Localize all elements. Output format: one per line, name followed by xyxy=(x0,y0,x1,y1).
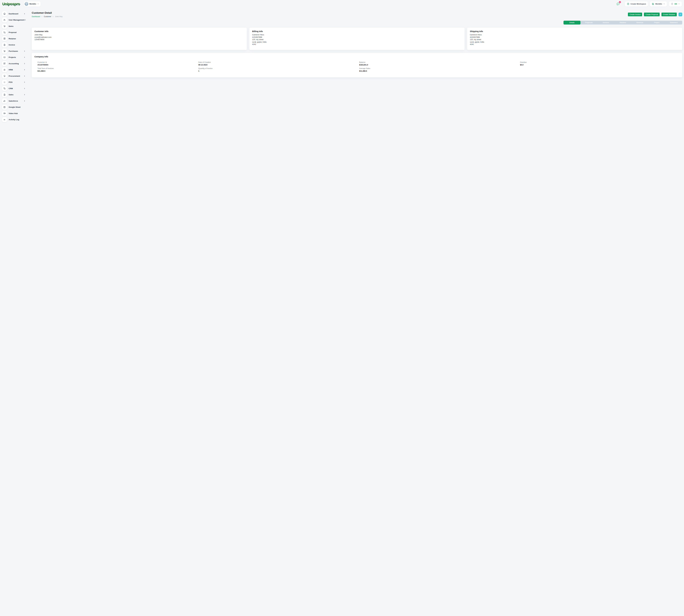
shipping-zip: 4242 xyxy=(470,43,680,46)
sidebar-item-activity-log[interactable]: Activity Log xyxy=(2,117,29,122)
table-icon xyxy=(2,105,7,110)
chevron-right-icon xyxy=(24,88,25,89)
field-quantity-of-invoice: Quantity of Invoice 1 xyxy=(198,67,358,72)
info-cards-row: Customer Info Juliet May cuve@mailinator… xyxy=(32,28,682,50)
messages-button[interactable]: 0 xyxy=(616,2,620,6)
field-value: 1 xyxy=(198,70,358,72)
sidebar-item-purchases[interactable]: Purchases xyxy=(2,49,29,53)
app-logo: Unipospro xyxy=(2,2,21,6)
tab-statement[interactable]: Statement xyxy=(665,21,682,24)
sidebar-item-label: Invoice xyxy=(8,44,15,46)
tab-project[interactable]: Project xyxy=(648,21,665,24)
billing-info-card: Billing Info Cameron Hess 4152637896 120… xyxy=(249,28,464,50)
tab-retainer[interactable]: Retainer xyxy=(614,21,631,24)
billing-phone: 4152637896 xyxy=(252,36,462,39)
sidebar-item-label: Activity Log xyxy=(8,118,19,120)
chevron-right-icon xyxy=(24,57,25,58)
field-overdue: Overdue $0.0 xyxy=(520,61,680,66)
workspace-switcher[interactable]: WorkDo xyxy=(24,1,41,6)
field-balance: Balance $183,841.0 xyxy=(359,61,519,66)
sidebar-item-projects[interactable]: Projects xyxy=(2,55,29,60)
sidebar-item-label: Accounting xyxy=(8,63,19,65)
field-value: $11,488.5 xyxy=(359,70,519,72)
sidebar-item-procurement[interactable]: Procurement xyxy=(2,73,29,79)
messages-count-badge: 0 xyxy=(619,1,621,3)
chevron-right-icon xyxy=(24,13,25,15)
field-label: Balance xyxy=(359,61,519,63)
card-title: Customer Info xyxy=(35,30,244,32)
field-label: Customer Id xyxy=(38,61,197,63)
field-value: $11,488.5 xyxy=(38,70,197,72)
sidebar-item-invoice[interactable]: Invoice xyxy=(2,42,29,47)
create-proposal-button[interactable]: Create Proposal xyxy=(644,13,660,16)
field-label: Average Sales xyxy=(359,67,519,69)
company-info-fields: Customer Id #CUST00004 Date of Creation … xyxy=(35,61,680,72)
sidebar-item-proposal[interactable]: Proposal xyxy=(2,30,29,35)
chevron-right-icon xyxy=(52,16,54,17)
workspace-switcher-label: WorkDo xyxy=(29,3,36,5)
top-bar: Unipospro WorkDo 0 xyxy=(0,0,684,8)
sidebar-item-label: Projects xyxy=(8,56,16,58)
tab-details[interactable]: Details xyxy=(564,21,580,24)
sidebar-item-label: Retainer xyxy=(8,38,16,40)
document-icon xyxy=(2,42,7,47)
card-title: Company Info xyxy=(35,56,680,58)
workspace-menu-button[interactable]: WorkDo xyxy=(650,1,667,6)
chevron-down-icon xyxy=(663,3,665,5)
sidebar-item-pos[interactable]: POS xyxy=(2,80,29,85)
field-label: Date of Creation xyxy=(198,61,358,63)
thumbs-up-icon xyxy=(2,98,7,103)
swap-boxes-icon xyxy=(2,30,7,35)
sidebar-item-user-management[interactable]: User Management xyxy=(2,18,29,22)
tab-revenue[interactable]: Revenue xyxy=(631,21,648,24)
create-invoice-button[interactable]: Create Invoice xyxy=(628,13,642,16)
sidebar-item-label: Sales xyxy=(8,94,14,96)
tab-invoices[interactable]: Invoices xyxy=(597,21,614,24)
field-value: $0.0 xyxy=(520,64,680,66)
sidebar-item-dashboard[interactable]: Dashboard xyxy=(2,11,29,16)
chevron-right-icon xyxy=(24,63,25,64)
sidebar-item-items[interactable]: Items xyxy=(2,24,29,29)
field-value: #CUST00004 xyxy=(38,64,197,66)
shell: Dashboard User Management Items xyxy=(0,8,684,616)
app-root: Unipospro WorkDo 0 xyxy=(0,0,684,616)
sidebar-item-label: Items xyxy=(8,25,14,27)
create-retainer-button[interactable]: Create Retainer xyxy=(661,13,677,16)
video-camera-icon xyxy=(2,111,7,116)
sidebar-item-salesforce[interactable]: Salesforce xyxy=(2,98,29,103)
shipping-street: 120, my street xyxy=(470,38,680,41)
sidebar-item-retainer[interactable]: Retainer xyxy=(2,36,29,41)
breadcrumb-dashboard-link[interactable]: Dashboard xyxy=(32,16,40,18)
sidebar-item-crm[interactable]: CRM xyxy=(2,86,29,91)
shipping-phone: 4152637896 xyxy=(470,36,680,39)
chevron-right-icon xyxy=(24,19,26,21)
sidebar-item-label: Google Sheet xyxy=(8,106,21,108)
sidebar-item-video-hub[interactable]: Video Hub xyxy=(2,111,29,116)
chevron-right-icon xyxy=(41,16,43,17)
field-date-of-creation: Date of Creation 06-12-2023 xyxy=(198,61,358,66)
edit-customer-button[interactable] xyxy=(679,13,682,16)
shipping-info-card: Shipping Info Cameron Hess 4152637896 12… xyxy=(467,28,682,50)
create-workspace-label: Create Workspace xyxy=(631,3,646,5)
tab-bar: Details Proposals Invoices Retainer Reve… xyxy=(564,21,682,24)
sidebar-item-accounting[interactable]: Accounting xyxy=(2,61,29,66)
sidebar-item-label: Dashboard xyxy=(8,13,18,15)
language-menu-button[interactable]: EN xyxy=(669,1,682,6)
create-workspace-button[interactable]: Create Workspace xyxy=(625,1,648,6)
sidebar-item-hrm[interactable]: HRM xyxy=(2,67,29,72)
billing-zip: 4242 xyxy=(252,43,462,46)
field-value: $183,841.0 xyxy=(359,64,519,66)
sidebar-item-google-sheet[interactable]: Google Sheet xyxy=(2,105,29,110)
monitor-check-icon xyxy=(2,55,7,60)
company-info-card: Company Info Customer Id #CUST00004 Date… xyxy=(32,53,682,78)
shipping-city: surat, gujrat, India xyxy=(470,41,680,43)
cart-return-icon xyxy=(2,73,7,79)
breadcrumb-customer-link[interactable]: Customer xyxy=(44,16,51,18)
sidebar-item-label: CRM xyxy=(8,87,13,90)
tab-proposals[interactable]: Proposals xyxy=(580,21,597,24)
sidebar-item-sales[interactable]: Sales xyxy=(2,92,29,97)
title-block: Customer-Detail Dashboard Customer Julie… xyxy=(32,12,63,18)
billing-name: Cameron Hess xyxy=(252,34,462,36)
dots-grid-icon xyxy=(2,80,7,85)
box-sync-icon xyxy=(2,86,7,91)
